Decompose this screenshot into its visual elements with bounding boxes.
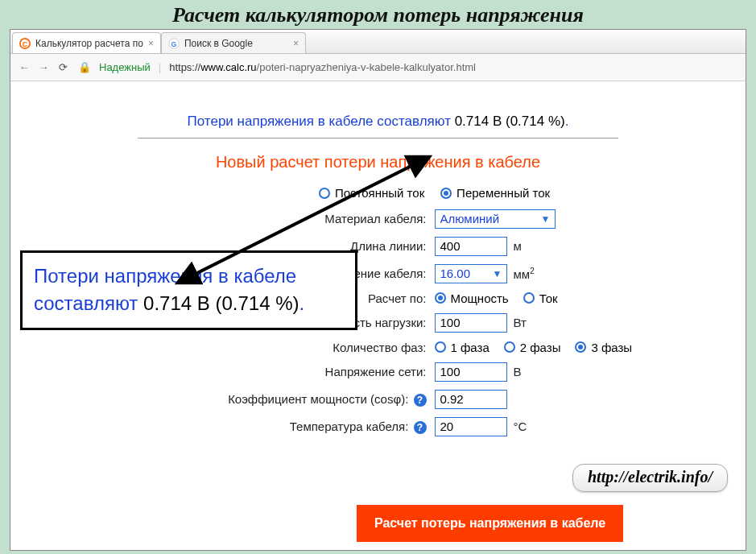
radio-label: Переменный ток (456, 186, 550, 200)
divider-line (138, 138, 618, 138)
radio-icon (319, 188, 330, 199)
radio-label: Постоянный ток (335, 186, 424, 200)
material-label: Материал кабеля: (201, 212, 435, 225)
result-value: 0.714 В (0.714 %) (455, 114, 565, 129)
url-host: www.calc.ru (200, 61, 256, 73)
address-bar: ← → ⟳ 🔒 Надежный | https://www.calc.ru/p… (10, 54, 746, 81)
browser-window: C Калькулятор расчета по × G Поиск в Goo… (10, 29, 746, 551)
tab-title: Калькулятор расчета по (35, 38, 143, 49)
secure-label: Надежный (99, 61, 151, 73)
radio-icon (575, 341, 586, 353)
length-unit: м (514, 239, 522, 253)
power-input[interactable] (435, 313, 507, 333)
lock-icon: 🔒 (78, 61, 91, 73)
divider: | (159, 61, 161, 73)
radio-icon (440, 188, 452, 199)
voltage-label: Напряжение сети: (201, 365, 435, 378)
radio-icon (435, 341, 446, 353)
cosphi-label: Коэффициент мощности (cosφ): ? (201, 392, 435, 407)
voltage-unit: В (514, 365, 522, 378)
google-favicon-icon: G (168, 38, 180, 49)
url-path: /poteri-napryazheniya-v-kabele-kalkulyat… (257, 61, 476, 73)
radio-icon (504, 341, 515, 353)
result-suffix: . (565, 114, 569, 129)
help-icon[interactable]: ? (414, 421, 427, 434)
radio-1phase[interactable]: 1 фаза (435, 341, 490, 354)
radio-icon (523, 292, 535, 304)
radio-3phase[interactable]: 3 фазы (575, 341, 632, 354)
url-text[interactable]: https://www.calc.ru/poteri-napryazheniya… (169, 61, 476, 73)
result-summary: Потери напряжения в кабеле составляют 0.… (35, 114, 721, 130)
length-input[interactable] (435, 237, 507, 256)
radio-label: 2 фазы (520, 341, 561, 354)
current-type-row: Постоянный ток Переменный ток (201, 186, 668, 201)
radio-dc[interactable]: Постоянный ток (319, 186, 424, 200)
radio-power[interactable]: Мощность (435, 291, 509, 305)
section-select[interactable]: 16.00 (435, 264, 507, 283)
callout-line1: Потери напряжения в кабеле (34, 265, 296, 287)
submit-button[interactable]: Расчет потерь напряжения в кабеле (357, 505, 623, 542)
radio-label: 1 фаза (451, 341, 490, 354)
radio-label: Ток (539, 291, 558, 305)
calc-favicon-icon: C (19, 38, 31, 49)
forward-icon[interactable]: → (36, 61, 51, 73)
close-icon[interactable]: × (293, 38, 299, 49)
help-icon[interactable]: ? (414, 394, 427, 407)
result-prefix: Потери напряжения в кабеле составляют (188, 114, 455, 129)
url-scheme: https:// (169, 61, 200, 73)
radio-ac[interactable]: Переменный ток (440, 186, 550, 200)
radio-icon (435, 292, 446, 304)
callout-line2-suffix: . (299, 292, 304, 314)
svg-text:G: G (171, 39, 176, 48)
section-unit: мм2 (514, 267, 535, 281)
reload-icon[interactable]: ⟳ (56, 61, 70, 73)
phases-label: Количество фаз: (201, 341, 435, 354)
tab-calc[interactable]: C Калькулятор расчета по × (12, 32, 161, 53)
close-icon[interactable]: × (148, 38, 154, 49)
callout-line2-value: 0.714 В (0.714 %) (143, 292, 299, 314)
tab-title: Поиск в Google (184, 38, 288, 49)
radio-2phase[interactable]: 2 фазы (504, 341, 561, 354)
callout-box: Потери напряжения в кабеле составляют 0.… (20, 250, 357, 330)
cosphi-input[interactable] (435, 390, 507, 409)
tab-google[interactable]: G Поиск в Google × (161, 32, 306, 53)
back-icon[interactable]: ← (17, 61, 31, 73)
page-content: Потери напряжения в кабеле составляют 0.… (10, 81, 746, 550)
temp-input[interactable] (435, 417, 507, 436)
radio-current[interactable]: Ток (523, 291, 558, 305)
callout-line2-prefix: составляют (34, 292, 143, 314)
material-select[interactable]: Алюминий (435, 209, 556, 229)
nav-buttons: ← → ⟳ (17, 61, 70, 73)
page-main-title: Расчет калькулятором потерь напряжения (0, 0, 756, 29)
tab-strip: C Калькулятор расчета по × G Поиск в Goo… (10, 30, 746, 54)
radio-label: 3 фазы (591, 341, 632, 354)
voltage-input[interactable] (435, 362, 507, 382)
svg-text:C: C (23, 39, 28, 48)
power-unit: Вт (514, 316, 527, 329)
watermark-badge: http://electrik.info/ (572, 464, 728, 492)
temp-unit: °C (514, 420, 527, 433)
radio-label: Мощность (451, 291, 509, 305)
form-title: Новый расчет потери напряжения в кабеле (35, 153, 721, 172)
temp-label: Температура кабеля: ? (201, 420, 435, 434)
